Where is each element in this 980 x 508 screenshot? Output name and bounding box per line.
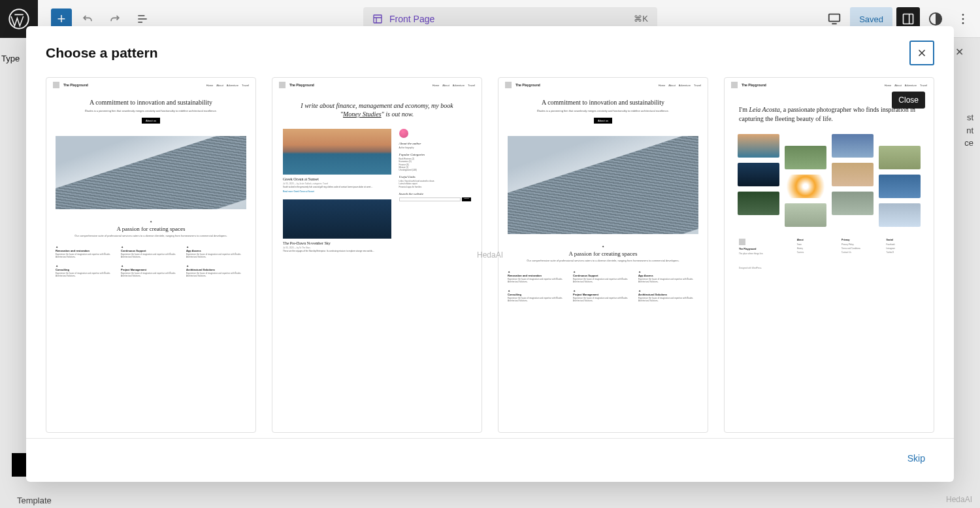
avatar-icon	[399, 129, 408, 138]
post-image	[283, 129, 391, 175]
modal-title: Choose a pattern	[46, 45, 158, 61]
close-tooltip: Close	[892, 92, 925, 109]
post-image	[283, 199, 391, 239]
hero-image	[56, 136, 246, 209]
site-logo-icon	[731, 82, 738, 88]
pattern-option-2[interactable]: The Playground HomeAboutAdventureTravel …	[272, 77, 482, 433]
hero-image	[508, 136, 698, 234]
pattern-option-3[interactable]: The Playground HomeAboutAdventureTravel …	[498, 77, 708, 433]
skip-button[interactable]: Skip	[898, 448, 934, 469]
pattern-option-1[interactable]: The Playground HomeAboutAdventureTravel …	[46, 77, 256, 433]
pattern-option-4[interactable]: The Playground HomeAboutAdventureTravel …	[724, 77, 934, 433]
site-logo-icon	[53, 82, 59, 88]
site-logo-icon	[279, 82, 286, 88]
pattern-modal: Choose a pattern Close The Playground Ho…	[26, 26, 954, 482]
close-button[interactable]	[909, 41, 934, 65]
gallery	[725, 130, 934, 231]
site-logo-icon	[505, 82, 512, 88]
